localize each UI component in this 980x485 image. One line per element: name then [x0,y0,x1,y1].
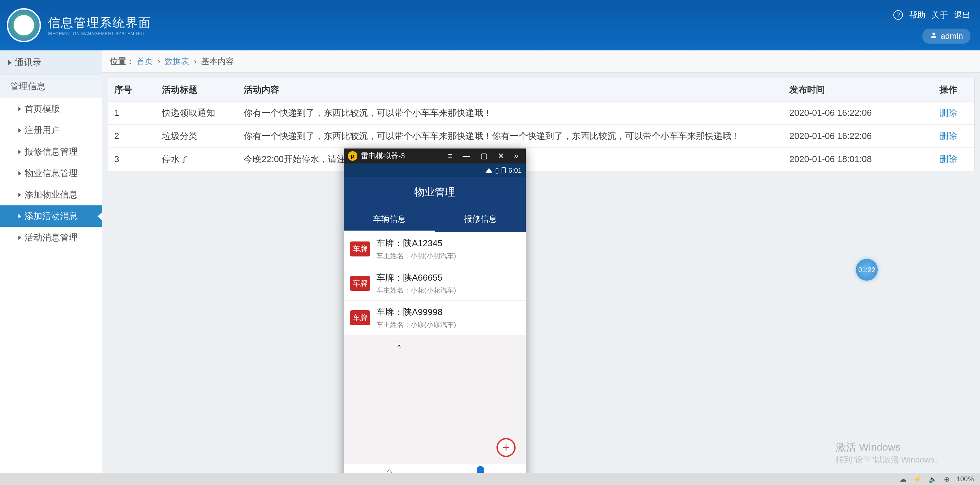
arrow-right-icon [18,107,21,111]
user-badge[interactable]: admin [923,29,970,44]
menu-icon[interactable]: ≡ [445,152,456,160]
title-block: 信息管理系统界面 INFORMATION MANAGEMENT SYSTEM G… [48,15,151,36]
expand-icon[interactable]: » [511,152,522,160]
main-content: 位置： 首页 › 数据表 › 基本内容 序号 活动标题 活动内容 发布时间 操作… [102,51,980,485]
delete-link[interactable]: 删除 [939,131,957,141]
plate-badge-icon: 车牌 [350,310,370,325]
arrow-right-icon [18,128,21,133]
sidebar: 通讯录 管理信息 首页模版 注册用户 报修信息管理 物业信息管理 添加物业信息 … [0,51,102,485]
arrow-right-icon [18,171,21,175]
caret-right-icon [8,60,11,65]
emulator-title: 雷电模拟器-3 [361,151,405,161]
help-icon: ? [893,10,903,20]
cursor-icon [397,341,402,349]
arrow-right-icon [18,214,21,218]
logout-link[interactable]: 退出 [954,10,970,21]
emulator-titlebar[interactable]: ρ 雷电模拟器-3 ≡ — ▢ ✕ » [344,149,526,163]
browser-statusbar: ☁ ⚡ 🔈 ⊕ 100% [0,473,980,485]
arrow-right-icon [18,150,21,154]
table-row: 3 停水了 今晚22:00开始停水，请注意哦！ 2020-01-06 18:01… [108,148,974,171]
app-title: 物业管理 [344,177,526,208]
minimize-icon[interactable]: — [459,152,474,160]
delete-link[interactable]: 删除 [939,108,957,118]
plate-badge-icon: 车牌 [350,276,370,291]
data-table: 序号 活动标题 活动内容 发布时间 操作 1 快递领取通知 你有一个快递到了，东… [108,78,975,171]
table-row: 2 垃圾分类 你有一个快递到了，东西比较沉，可以带个小车车来那快递哦！你有一个快… [108,125,974,148]
header-top-nav: ? 帮助 关于 退出 [893,10,970,21]
list-item[interactable]: 车牌 车牌：陕A99998 车主姓名：小康(小康汽车) [344,301,526,335]
breadcrumb-home[interactable]: 首页 [137,57,153,66]
arrow-right-icon [18,193,21,197]
battery-icon [501,167,506,173]
col-title: 活动标题 [156,78,238,101]
title-sub: INFORMATION MANAGEMENT SYSTEM GUI [48,31,151,36]
col-content: 活动内容 [238,78,783,101]
windows-watermark: 激活 Windows 转到"设置"以激活 Windows。 [836,441,942,465]
status-time: 6:01 [508,166,522,174]
delete-link[interactable]: 删除 [939,154,957,164]
sidebar-item-add-activity[interactable]: 添加活动消息 [0,205,102,227]
add-button[interactable]: + [496,438,515,457]
emulator-window: ρ 雷电模拟器-3 ≡ — ▢ ✕ » ▯ 6:01 物业管理 车辆信息 报修信… [344,149,526,485]
emulator-logo-icon: ρ [348,151,357,161]
zoom-level: 100% [956,475,974,483]
sidebar-item-home-template[interactable]: 首页模版 [0,98,102,120]
sidebar-item-repair-info[interactable]: 报修信息管理 [0,141,102,162]
col-time: 发布时间 [783,78,933,101]
sidebar-section-management[interactable]: 管理信息 [0,75,102,98]
recording-timer-badge: 01:22 [856,259,878,281]
zoom-icon[interactable]: ⊕ [944,475,950,483]
help-link[interactable]: 帮助 [909,10,926,21]
col-seq: 序号 [108,78,156,101]
title-main: 信息管理系统界面 [48,15,151,31]
speaker-icon: 🔈 [929,475,937,483]
table-row: 1 快递领取通知 你有一个快递到了，东西比较沉，可以带个小车车来那快递哦！ 20… [108,101,974,125]
about-link[interactable]: 关于 [932,10,948,21]
wifi-icon [485,168,492,173]
logo-icon [7,8,41,42]
list-item[interactable]: 车牌 车牌：陕A66655 车主姓名：小花(小花汽车) [344,266,526,301]
lightning-icon: ⚡ [913,475,922,483]
arrow-right-icon [18,236,21,240]
sidebar-item-property-info[interactable]: 物业信息管理 [0,162,102,184]
tab-vehicle-info[interactable]: 车辆信息 [344,208,435,232]
sidebar-section-contacts[interactable]: 通讯录 [0,51,102,75]
sidebar-item-register-user[interactable]: 注册用户 [0,120,102,141]
signal-icon: ▯ [495,166,499,174]
user-icon [930,31,937,41]
svg-point-0 [932,33,935,35]
close-icon[interactable]: ✕ [495,152,508,160]
app-tabs: 车辆信息 报修信息 [344,208,526,232]
phone-statusbar: ▯ 6:01 [344,163,526,177]
breadcrumb-data[interactable]: 数据表 [165,57,189,66]
vehicle-list[interactable]: 车牌 车牌：陕A12345 车主姓名：小明(小明汽车) 车牌 车牌：陕A6665… [344,232,526,464]
breadcrumb-current: 基本内容 [201,57,234,66]
plate-badge-icon: 车牌 [350,241,370,257]
username: admin [941,31,963,41]
sidebar-item-add-property[interactable]: 添加物业信息 [0,184,102,205]
cloud-icon: ☁ [899,475,906,483]
maximize-icon[interactable]: ▢ [477,152,491,160]
app-header: 信息管理系统界面 INFORMATION MANAGEMENT SYSTEM G… [0,0,980,51]
breadcrumb: 位置： 首页 › 数据表 › 基本内容 [102,51,980,73]
sidebar-item-activity-mgmt[interactable]: 活动消息管理 [0,227,102,248]
list-item[interactable]: 车牌 车牌：陕A12345 车主姓名：小明(小明汽车) [344,232,526,266]
tab-repair-info[interactable]: 报修信息 [435,208,526,232]
col-op: 操作 [933,78,974,101]
